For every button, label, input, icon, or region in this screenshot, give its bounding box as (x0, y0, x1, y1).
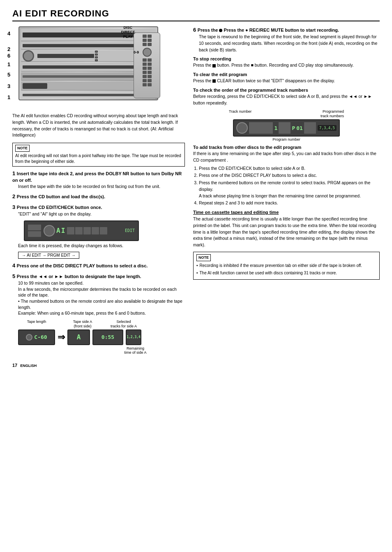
stop-recording-section: To stop recording Press the button. Pres… (193, 56, 380, 69)
rec-button-icon (219, 29, 222, 32)
display-edit-label: EDIT (125, 228, 135, 233)
time-heading: Time on cassette tapes and editing time (193, 210, 380, 215)
ai-edit-flow-text: → AI EDIT → PRGM EDIT → (22, 253, 76, 257)
step-6-num: 6 (193, 27, 198, 33)
step-6-bold: 6 Press the Press the ● REC/REC MUTE but… (193, 26, 380, 34)
step-4-bold: 4 Press one of the DISC DIRECT PLAY butt… (12, 262, 185, 269)
tape-middle-display: A (67, 329, 90, 345)
step-3-bold: 3 Press the CD EDIT/CHECK button once. (12, 204, 185, 211)
step-3-num: 3 (12, 204, 17, 210)
add-tracks-step-3: Press the numbered buttons on the remote… (199, 180, 380, 199)
step-4-num: 4 (12, 262, 17, 269)
step-1-num: 1 (12, 170, 17, 176)
remaining-label: Remainingtime of side A (86, 346, 185, 355)
step-6-detail: The tape is rewound to the beginning of … (199, 34, 380, 53)
step-2-bold: 2 Press the CD button and load the disc(… (12, 193, 185, 200)
add-tracks-step-2: Press one of the DISC DIRECT PLAY button… (199, 172, 380, 179)
ai-edit-arrow-box: → AI EDIT → PRGM EDIT → (18, 252, 79, 259)
right-column: 6 Press the Press the ● REC/REC MUTE but… (193, 26, 380, 368)
ai-edit-flow-container: Each time it is pressed, the display cha… (18, 243, 185, 259)
step-1: 1 Insert the tape into deck 2, and press… (12, 170, 185, 190)
programmed-label: Programmedtrack numbers (321, 109, 344, 118)
check-order-section: To check the order of the programmed tra… (193, 88, 380, 107)
step-5-bold: 5 Press the ◄◄ or ►► button to designate… (12, 273, 185, 280)
track-display-value: 1 (274, 125, 277, 131)
track-labels-row: Track number Programmedtrack numbers (229, 109, 344, 118)
step-4: 4 Press one of the DISC DIRECT PLAY butt… (12, 262, 185, 269)
tape-right-value: 0:55 (101, 334, 114, 340)
track-01-value: 01 (296, 125, 303, 131)
step-5: 5 Press the ◄◄ or ►► button to designate… (12, 273, 185, 316)
tape-left-value: C-60 (34, 334, 47, 340)
label-3: 3 (7, 83, 10, 89)
label-6: 6 (7, 53, 10, 59)
tape-left-display: C-60 (18, 329, 55, 345)
tape-diagram: Tape length Tape side A(front side) Sele… (18, 320, 185, 355)
clear-edit-text: Press the CLEAR button twice so that "ED… (193, 78, 380, 84)
track-display-box: 1 P 01 7,3,4,5 (233, 119, 340, 137)
left-column: 4 2 6 1 5 3 1 (12, 26, 185, 368)
add-tracks-step-4: Repeat steps 2 and 3 to add more tracks. (199, 200, 380, 206)
display-box: AI EDIT (24, 220, 139, 241)
note-bullet-1: • Recording is inhibited if the erasure … (196, 262, 376, 269)
stop-recording-text: Press the button. Press the ■ button. Re… (193, 62, 380, 69)
step-5-detail3: • The numbered buttons on the remote con… (18, 298, 185, 310)
step-1-bold: 1 Insert the tape into deck 2, and press… (12, 170, 185, 184)
label-4: 4 (7, 30, 10, 37)
page-container: AI EDIT RECORDING 4 2 6 1 5 3 1 (12, 8, 380, 368)
step-5-num: 5 (12, 273, 17, 279)
display-inner: AI EDIT (28, 225, 135, 237)
time-section: Time on cassette tapes and editing time … (193, 210, 380, 248)
device-illustration: 4 2 6 1 5 3 1 (12, 26, 168, 109)
note-box-1: NOTE AI edit recording will not start fr… (12, 143, 185, 167)
arrow-right-icon: ⇒ (58, 332, 65, 343)
clear-edit-section: To clear the edit program Press the CLEA… (193, 72, 380, 84)
time-text: The actual cassette recording time is us… (193, 216, 380, 248)
tape-small-display: 1,2,3,4 (126, 329, 141, 345)
label-1a: 1 (7, 61, 10, 67)
ai-edit-display: AI EDIT (18, 220, 185, 241)
step-6: 6 Press the Press the ● REC/REC MUTE but… (193, 26, 380, 53)
selected-tracks-label: Selectedtracks for side A (105, 320, 142, 329)
step-3: 3 Press the CD EDIT/CHECK button once. "… (12, 204, 185, 217)
step-2-num: 2 (12, 193, 17, 199)
program-number-label: Program number (272, 137, 300, 141)
stop-recording-heading: To stop recording (193, 56, 380, 61)
note-label-1: NOTE (15, 145, 30, 152)
track-diagram: Track number Programmedtrack numbers 1 P… (193, 109, 380, 141)
add-tracks-step-1: Press the CD EDIT/CHECK button to select… (199, 165, 380, 172)
note-label-2: NOTE (196, 254, 211, 262)
add-tracks-heading: To add tracks from other discs to the ed… (193, 145, 380, 150)
step-5-detail2: In a few seconds, the microcomputer dete… (18, 286, 185, 298)
add-tracks-section: To add tracks from other discs to the ed… (193, 145, 380, 206)
step-2: 2 Press the CD button and load the disc(… (12, 193, 185, 200)
disc-direct-play-label: DISCDIRECTPLAY (121, 26, 135, 39)
label-1b: 1 (7, 94, 10, 100)
language-label: ENGLISH (20, 364, 37, 368)
zero-nine-label: 0-9 (134, 50, 139, 54)
check-order-heading: To check the order of the programmed tra… (193, 88, 380, 93)
label-2: 2 (7, 46, 10, 52)
add-tracks-intro: If there is any time remaining on the ta… (193, 151, 380, 164)
tape-length-label: Tape length (18, 320, 55, 329)
prog-track-numbers-box: 7,3,4,5 (318, 125, 337, 131)
pressed-info: Each time it is pressed, the display cha… (18, 243, 185, 249)
step-5-detail1: 10 to 99 minutes can be specified. (18, 280, 185, 286)
device-body (18, 26, 134, 104)
tape-middle-value: A (77, 333, 81, 341)
two-column-layout: 4 2 6 1 5 3 1 (12, 26, 380, 368)
description-text: The AI edit function enables CD recordin… (12, 113, 185, 139)
clear-edit-heading: To clear the edit program (193, 72, 380, 77)
prog-track-numbers: 7,3,4,5 (319, 126, 335, 130)
display-ai-label: AI (56, 227, 66, 234)
tape-labels-row: Tape length Tape side A(front side) Sele… (18, 320, 185, 329)
tape-small-value: 1,2,3,4 (127, 335, 141, 339)
add-tracks-list: Press the CD EDIT/CHECK button to select… (199, 165, 380, 207)
tape-displays-row: C-60 ⇒ A 0:55 1,2,3,4 (18, 329, 185, 345)
label-5: 5 (7, 72, 10, 78)
note-bullet-2: • The AI edit function cannot be used wi… (196, 270, 376, 276)
note-box-2: NOTE • Recording is inhibited if the era… (193, 252, 380, 280)
step-3-detail: "EDIT" and "AI" light up on the display. (18, 211, 185, 217)
step-1-detail: Insert the tape with the side to be reco… (18, 183, 185, 190)
step-5-detail4: Example: When using a 60-minute tape, pr… (18, 310, 185, 316)
